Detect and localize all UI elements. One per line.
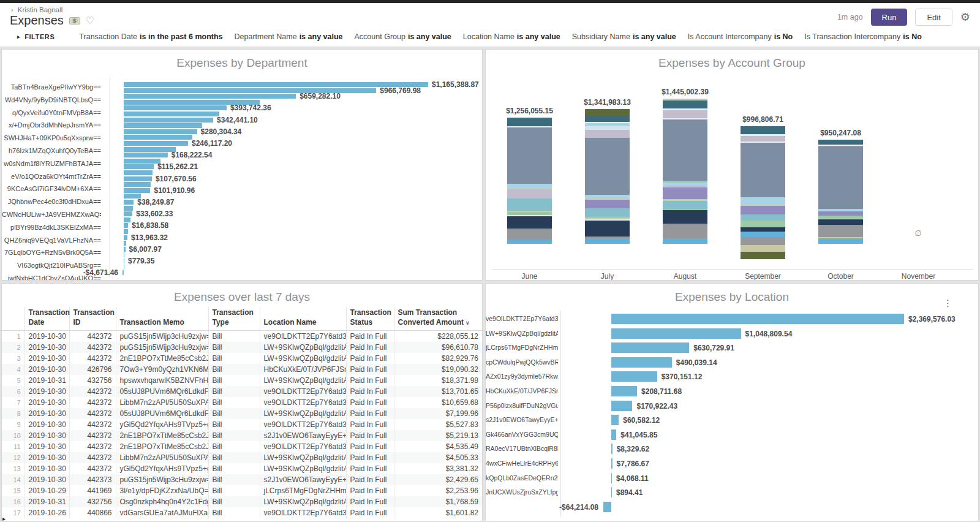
acct-stacked-bar[interactable] [663,99,707,244]
table-row[interactable]: 62019-10-3044237205sUJ8PUVm6MQr6LdkdFTw=… [2,386,482,397]
acct-bar-segment[interactable] [741,143,785,197]
table-cell[interactable]: 432756 [69,375,116,386]
acct-bar-segment[interactable] [818,140,863,145]
table-cell[interactable]: 2019-10-30 [24,474,69,485]
dept-bar[interactable] [123,270,124,275]
table-cell[interactable]: Paid In Full [346,364,394,375]
table-cell[interactable]: Paid In Full [346,485,394,496]
dept-bar[interactable] [124,223,128,228]
table-cell[interactable]: Paid In Full [346,331,394,342]
table-cell[interactable]: LW+9SKlwQZpBql/gdzlitA== [260,353,346,364]
acct-bar-segment[interactable] [663,187,707,199]
filter-item[interactable]: Is Account Intercompanyis No [688,32,793,41]
acct-bar-segment[interactable] [585,109,630,116]
acct-bar-segment[interactable] [585,130,630,138]
table-cell[interactable]: 2019-10-30 [24,419,69,430]
table-cell[interactable]: Bill [208,419,260,430]
filter-item[interactable]: Location Nameis any value [463,32,560,41]
table-cell[interactable]: 442372 [69,386,116,397]
table-cell[interactable]: 2019-10-30 [24,353,69,364]
acct-stacked-bar[interactable] [741,126,785,259]
table-cell[interactable]: $2,253.96 [394,485,482,496]
table-row[interactable]: 12019-10-30442372puGS15jn5Wijp3cHu9zxjw=… [2,331,482,342]
table-cell[interactable]: ve9OlLDKTT2Ep7Y6atd3Ow== [260,419,346,430]
table-cell[interactable]: $82,929.76 [394,353,482,364]
table-cell[interactable]: $13,701.65 [394,386,482,397]
acct-bar-segment[interactable] [818,147,863,209]
table-cell[interactable]: ve9OlLDKTT2Ep7Y6atd3Ow== [260,441,346,452]
acct-bar-segment[interactable] [507,118,552,126]
dept-bar[interactable] [124,118,213,123]
loc-bar[interactable] [611,458,612,469]
acct-bar-segment[interactable] [585,200,630,208]
table-cell[interactable]: Bill [208,496,260,507]
acct-bar-segment[interactable] [818,225,863,237]
table-cell[interactable]: 442372 [69,353,116,364]
table-cell[interactable]: ve9OlLDKTT2Ep7Y6atd3Ow== [260,386,346,397]
table-cell[interactable]: Paid In Full [346,386,394,397]
dept-bar[interactable] [124,229,128,234]
table-cell[interactable]: s2J1v0EWO6TawyEyyE+u0g== [260,474,346,485]
loc-bar[interactable] [611,401,632,411]
dept-bar[interactable] [124,170,153,175]
table-cell[interactable]: Bill [208,474,260,485]
filter-item[interactable]: Is Transaction Intercompanyis No [804,32,922,41]
table-row[interactable]: 72019-10-30442372LibbM7n2zAPl/5U50SuXPA=… [2,397,482,408]
table-cell[interactable]: s2J1v0EWO6TawyEyyE+u0g== [260,430,346,441]
dept-bar[interactable] [124,200,134,205]
table-cell[interactable]: Bill [208,485,260,496]
table-cell[interactable]: Paid In Full [346,375,394,386]
table-cell[interactable]: 442372 [69,408,116,419]
dept-bar[interactable] [124,182,151,187]
table-cell[interactable]: yGl5Qd2YfqxAHs9TVpz5+g== [116,419,208,430]
acct-bar-segment[interactable] [663,201,707,209]
dept-bar[interactable] [124,176,152,181]
gear-icon[interactable]: ⚙ [960,12,970,23]
loc-bar[interactable] [611,386,637,396]
dept-bar[interactable] [124,235,127,240]
table-cell[interactable]: Bill [208,353,260,364]
table-row[interactable]: 172019-10-26440866vdGarsGUEa7atAJMuFlXag… [2,507,482,518]
table-cell[interactable]: Paid In Full [346,441,394,452]
table-cell[interactable]: Paid In Full [346,507,394,518]
acct-bar-segment[interactable] [818,211,863,216]
table-cell[interactable]: 2019-10-30 [24,463,69,474]
table-cell[interactable]: 442372 [69,397,116,408]
table-cell[interactable]: 2019-10-29 [24,485,69,496]
acct-bar-segment[interactable] [507,199,552,211]
table-cell[interactable]: 05sUJ8PUVm6MQr6LdkdFTw== [116,386,208,397]
table-cell[interactable]: Bill [208,364,260,375]
loc-bar[interactable] [611,429,616,440]
table-cell[interactable]: Bill [208,408,260,419]
acct-bar-segment[interactable] [741,252,785,259]
table-cell[interactable]: vdGarsGUEa7atAJMuFlXag== [116,507,208,518]
table-cell[interactable]: Bill [208,375,260,386]
acct-bar-segment[interactable] [818,219,863,225]
acct-bar-segment[interactable] [585,221,630,236]
table-cell[interactable]: 442372 [69,452,116,463]
table-cell[interactable]: 2019-10-30 [24,397,69,408]
table-cell[interactable]: $5,219.13 [394,430,482,441]
acct-bar-segment[interactable] [507,216,552,229]
table-cell[interactable]: puGS15jn5Wijp3cHu9zxjw== [116,331,208,342]
acct-bar-segment[interactable] [507,127,552,184]
table-cell[interactable]: 442372 [69,419,116,430]
filter-item[interactable]: Subsidiary Nameis any value [572,32,676,41]
breadcrumb[interactable]: ›Kristin Bagnall [11,6,62,13]
loc-bar[interactable] [611,415,619,425]
table-cell[interactable]: LW+9SKlwQZpBql/gdzlitA== [260,375,346,386]
table-cell[interactable]: 432756 [69,496,116,507]
dept-bar[interactable] [124,164,154,169]
table-row[interactable]: 162019-10-31432756Osg0nzkph4hq0n4Y2c1Fdg… [2,496,482,507]
table-cell[interactable]: $18,371.98 [394,375,482,386]
dept-bar[interactable] [124,218,130,222]
table-cell[interactable]: 7Ow3+Y9m0yQzh1VKN6M/qg== [116,364,208,375]
dept-bar[interactable] [124,259,124,263]
table-cell[interactable]: $2,429.65 [394,474,482,485]
table-cell[interactable]: 2019-10-31 [24,496,69,507]
dept-bar[interactable] [124,252,124,257]
acct-bar-segment[interactable] [818,238,863,244]
table-cell[interactable]: 2019-10-30 [24,364,69,375]
table-cell[interactable]: Osg0nzkph4hq0n4Y2c1Fdg== [116,496,208,507]
acct-stacked-bar[interactable] [585,109,630,244]
